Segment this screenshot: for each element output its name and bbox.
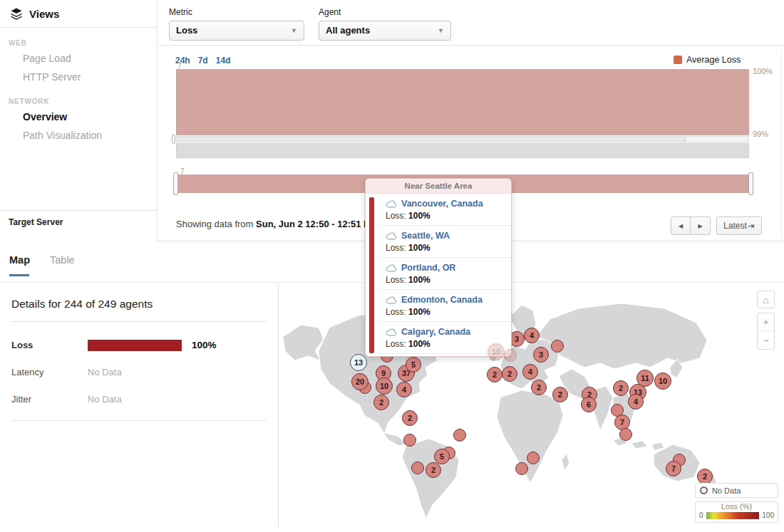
map-zoom-in-button[interactable]: + [758, 313, 774, 331]
map-cluster[interactable]: 2 [373, 395, 389, 410]
agent-name: Portland, OR [401, 263, 455, 273]
chevron-down-icon: ▼ [291, 21, 297, 40]
map-cluster[interactable]: 2 [425, 462, 441, 478]
map-cluster[interactable] [527, 452, 540, 464]
map-cluster[interactable]: 4 [522, 364, 538, 380]
map-cluster[interactable]: 2 [697, 469, 713, 484]
no-data-label: No Data [712, 486, 741, 495]
loss-value: 100% [408, 211, 430, 221]
agent-link[interactable]: Seattle, WA [386, 231, 505, 241]
map-zoom-control: + − [757, 313, 775, 350]
map-cluster[interactable] [515, 462, 528, 475]
agent-link[interactable]: Vancouver, Canada [386, 199, 505, 209]
sidebar-item-http-server[interactable]: HTTP Server [0, 68, 157, 86]
map-cluster[interactable]: 11 [636, 370, 654, 387]
map-cluster[interactable]: 10 [488, 343, 505, 360]
map-cluster[interactable]: 2 [552, 387, 568, 402]
sidebar-group-network: NETWORK [9, 98, 157, 105]
prev-round-button[interactable]: ◀ [671, 217, 691, 235]
map-cluster[interactable]: 2 [531, 380, 547, 395]
next-round-button[interactable]: ▶ [691, 217, 711, 235]
map-cluster[interactable]: 2 [487, 367, 502, 382]
map-cluster[interactable] [411, 461, 424, 474]
map-cluster[interactable] [551, 340, 564, 353]
chart-scrollbar[interactable] [176, 136, 749, 142]
chart-scrollbar-handle[interactable] [177, 137, 686, 142]
map-cluster[interactable]: 10 [376, 377, 393, 395]
metric-select[interactable]: Loss ▼ [169, 21, 304, 41]
sidebar-item-overview[interactable]: Overview [0, 108, 157, 126]
map-cluster[interactable]: 20 [351, 373, 368, 390]
no-data-circle-icon [700, 486, 708, 494]
chart-right-divider [781, 51, 782, 238]
views-title: Views [29, 8, 59, 20]
tab-map[interactable]: Map [9, 254, 30, 266]
agent-loss: Loss: 100% [386, 211, 505, 221]
map-cluster[interactable]: 7 [666, 461, 681, 476]
loss-row-label: Loss [11, 340, 88, 350]
map-cluster[interactable]: 4 [628, 394, 644, 410]
map-cluster[interactable]: 10 [654, 372, 671, 390]
latency-row: Latency No Data [0, 366, 278, 378]
scrollbar-left-nub[interactable] [172, 135, 175, 144]
popup-agent-list: Vancouver, CanadaLoss: 100%Seattle, WALo… [378, 194, 511, 357]
range-tab-14d[interactable]: 14d [216, 56, 231, 66]
views-sidebar: Views WEB Page Load HTTP Server NETWORK … [0, 0, 158, 241]
map-cluster[interactable]: 2 [402, 410, 418, 426]
loss-prefix: Loss: [386, 211, 406, 221]
agent-select[interactable]: All agents ▼ [319, 21, 451, 41]
scale-min: 0 [699, 511, 703, 519]
minus-icon: − [763, 335, 768, 346]
brush-handle-right[interactable] [748, 172, 753, 195]
map-legend-loss: Loss (%) 0 100 [695, 501, 778, 523]
loss-prefix: Loss: [386, 339, 406, 349]
map-cluster[interactable]: 5 [434, 449, 450, 464]
world-map[interactable]: 13209103754210343224222621341110725272 ⌂… [279, 283, 784, 527]
divider [11, 420, 267, 421]
agent-loss: Loss: 100% [386, 339, 505, 349]
loss-gradient-bar [706, 512, 760, 519]
map-home-button[interactable]: ⌂ [757, 291, 775, 308]
prev-icon: ◀ [679, 223, 683, 229]
tab-table[interactable]: Table [50, 254, 75, 266]
map-cluster[interactable]: 5 [406, 357, 421, 372]
map-cluster-nodata[interactable]: 13 [350, 354, 367, 371]
agent-link[interactable]: Edmonton, Canada [386, 295, 505, 305]
sidebar-item-page-load[interactable]: Page Load [0, 49, 157, 68]
map-cluster[interactable]: 4 [524, 328, 540, 343]
map-cluster[interactable]: 2 [502, 366, 517, 382]
map-cluster[interactable] [619, 428, 632, 441]
map-cluster[interactable]: 4 [396, 382, 412, 397]
agent-select-value: All agents [326, 25, 370, 36]
status-prefix: Showing data from [176, 219, 253, 229]
brush-handle-left[interactable] [173, 172, 178, 195]
sidebar-item-path-visualization[interactable]: Path Visualization [0, 126, 157, 145]
map-cluster[interactable]: 6 [581, 397, 597, 412]
map-cluster[interactable]: 2 [613, 380, 629, 396]
legend-label: Average Loss [686, 55, 741, 65]
cloud-agent-icon [386, 200, 397, 208]
map-cluster[interactable] [504, 349, 517, 362]
range-tab-7d[interactable]: 7d [198, 56, 208, 66]
map-zoom-out-button[interactable]: − [758, 331, 774, 349]
map-cluster[interactable] [403, 434, 416, 447]
chevron-down-icon: ▼ [438, 21, 444, 40]
agent-link[interactable]: Portland, OR [386, 263, 505, 273]
loss-value: 100% [408, 243, 430, 253]
loss-timeline-chart[interactable] [176, 69, 749, 135]
divider [11, 321, 267, 322]
map-cluster[interactable]: 3 [533, 347, 549, 363]
latest-button[interactable]: Latest ⇥ [716, 217, 762, 235]
agent-name: Calgary, Canada [401, 327, 470, 337]
agent-link[interactable]: Calgary, Canada [386, 327, 505, 337]
latency-value: No Data [88, 367, 122, 377]
map-cluster[interactable] [453, 429, 466, 442]
metric-toolbar: Metric Loss ▼ Agent All agents ▼ [158, 0, 784, 46]
agent-loss: Loss: 100% [386, 275, 505, 285]
popup-agent-entry: Portland, ORLoss: 100% [378, 258, 511, 290]
views-header: Views [0, 0, 157, 28]
agent-loss: Loss: 100% [386, 243, 505, 253]
metric-label: Metric [169, 7, 304, 17]
cloud-agent-icon [386, 296, 397, 304]
popup-title: Near Seattle Area [366, 179, 511, 194]
